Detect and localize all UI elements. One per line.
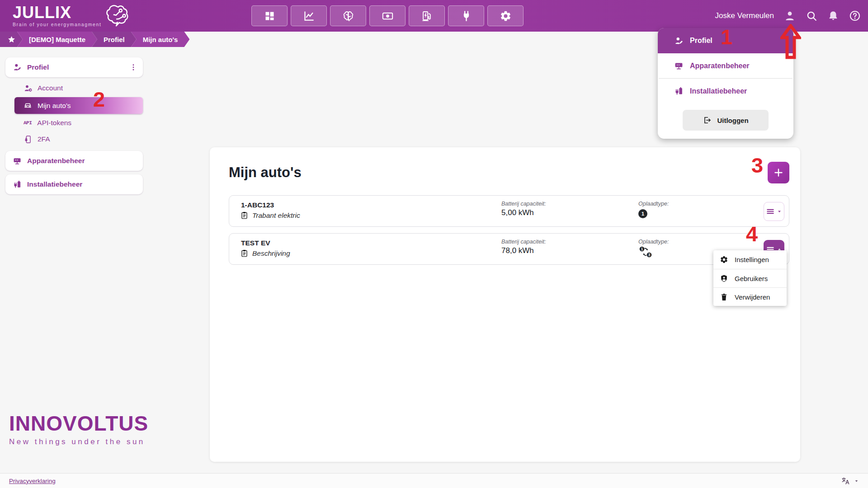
breadcrumb-item-demo[interactable]: [DEMO] Maquette (17, 32, 97, 47)
sidebar-item-profiel[interactable]: Profiel (5, 57, 143, 77)
trash-icon (720, 293, 728, 301)
svg-text:1: 1 (641, 247, 643, 251)
innovoltus-tagline: New things under the sun (9, 437, 148, 446)
sidebar: Profiel Account Mijn auto's API API-toke… (5, 57, 143, 194)
breadcrumb-item-mijn-autos[interactable]: Mijn auto's (131, 32, 190, 47)
car-description: Trabant elektric (252, 211, 300, 220)
kebab-menu-icon[interactable] (129, 63, 137, 71)
context-menu-item-instellingen[interactable]: Instellingen (713, 250, 787, 269)
sidebar-item-account[interactable]: Account (18, 81, 143, 95)
annotation-1: 1 (721, 26, 732, 47)
notifications-bell-icon[interactable] (827, 10, 839, 22)
battery-capacity-value: 5,00 kWh (501, 208, 546, 217)
profile-icon[interactable] (784, 10, 796, 22)
sidebar-profiel-label: Profiel (27, 63, 129, 71)
annotation-4: 4 (746, 223, 758, 244)
app-header: JULLIX Brain of your energymanagment Jos… (0, 0, 868, 32)
sidebar-item-2fa[interactable]: 2FA (18, 132, 143, 146)
context-menu-item-gebruikers[interactable]: Gebruikers (713, 269, 787, 287)
help-icon[interactable] (849, 10, 861, 22)
logout-icon (703, 116, 712, 125)
banknote-icon (382, 10, 394, 22)
sidebar-item-mijn-autos[interactable]: Mijn auto's (14, 97, 143, 114)
annotation-2: 2 (93, 89, 105, 110)
gear-icon (720, 255, 728, 264)
logo-tagline: Brain of your energymanagment (13, 22, 101, 27)
car-description: Beschrijving (252, 249, 290, 258)
plug-icon (460, 10, 472, 22)
charge-type-swap-icon: 1 3 (638, 246, 653, 258)
devices-icon (13, 156, 22, 165)
brain-icon (342, 10, 354, 22)
clipboard-icon (240, 211, 249, 220)
car-row-2: TEST EV Beschrijving Batterij capaciteit… (229, 233, 789, 265)
translate-icon (841, 477, 850, 485)
add-car-button[interactable] (768, 162, 789, 183)
sidebar-profiel-children: Account Mijn auto's API API-tokens 2FA (18, 81, 143, 146)
nav-settings-button[interactable] (487, 5, 524, 26)
main-content-card: Mijn auto's 1-ABC123 Trabant elektric Ba… (210, 147, 800, 462)
profile-menu-item-installatiebeheer[interactable]: Installatiebeheer (658, 79, 793, 103)
plug-battery-icon (13, 180, 22, 189)
page-title: Mijn auto's (229, 164, 302, 181)
car-icon (24, 101, 32, 110)
person-edit-icon (674, 36, 684, 46)
car-row-1: 1-ABC123 Trabant elektric Batterij capac… (229, 195, 789, 227)
app-logo[interactable]: JULLIX Brain of your energymanagment (13, 5, 131, 27)
innovoltus-logo: INNOVOLTUS (9, 411, 148, 436)
language-selector[interactable] (841, 477, 859, 485)
logo-text: JULLIX (13, 5, 101, 21)
hamburger-icon (766, 207, 775, 216)
devices-icon (674, 61, 684, 70)
brain-logo-icon (105, 4, 131, 27)
chart-icon (303, 10, 315, 22)
shield-person-icon (720, 274, 728, 283)
person-edit-icon (13, 63, 22, 72)
battery-capacity-value: 78,0 kWh (501, 246, 546, 255)
star-icon (7, 35, 16, 44)
privacy-link[interactable]: Privacyverklaring (9, 478, 56, 484)
dashboard-icon (264, 10, 276, 22)
ev-charging-icon (421, 10, 433, 22)
nav-ev-charging-button[interactable] (409, 5, 445, 26)
sidebar-item-apparatenbeheer[interactable]: Apparatenbeheer (5, 151, 143, 171)
nav-dashboard-button[interactable] (251, 5, 288, 26)
breadcrumb: [DEMO] Maquette Profiel Mijn auto's (0, 32, 189, 47)
nav-plug-button[interactable] (448, 5, 484, 26)
nav-ai-button[interactable] (330, 5, 366, 26)
annotation-arrow-up (780, 24, 801, 59)
charge-type-label: Oplaadtype: (638, 201, 669, 207)
search-icon[interactable] (806, 10, 817, 22)
annotation-3: 3 (751, 155, 763, 176)
battery-capacity-label: Batterij capaciteit: (501, 201, 546, 207)
charge-type-badge: 1 (638, 209, 647, 218)
profile-menu-item-apparatenbeheer[interactable]: Apparatenbeheer (658, 53, 793, 78)
caret-down-icon (777, 209, 782, 214)
caret-down-icon (854, 479, 859, 483)
top-navigation (251, 5, 524, 26)
battery-capacity-label: Batterij capaciteit: (501, 239, 546, 245)
plug-battery-icon (674, 86, 684, 96)
car-context-menu: Instellingen Gebruikers Verwijderen (713, 250, 787, 306)
car-name: 1-ABC123 (241, 201, 274, 209)
breadcrumb-item-profiel[interactable]: Profiel (92, 32, 137, 47)
user-name: Joske Vermeulen (715, 11, 774, 20)
car-row-menu-button[interactable] (764, 202, 784, 221)
gear-icon (500, 10, 512, 22)
charge-type-label: Oplaadtype: (638, 239, 669, 245)
sidebar-item-installatiebeheer[interactable]: Installatiebeheer (5, 174, 143, 194)
car-name: TEST EV (241, 239, 270, 247)
nav-analytics-button[interactable] (291, 5, 327, 26)
svg-text:3: 3 (648, 253, 651, 257)
innovoltus-branding: INNOVOLTUS New things under the sun (9, 411, 148, 446)
api-icon: API (24, 120, 32, 126)
nav-finance-button[interactable] (369, 5, 406, 26)
plus-icon (773, 167, 784, 178)
person-gear-icon (24, 84, 32, 93)
context-menu-item-verwijderen[interactable]: Verwijderen (713, 287, 787, 306)
page-footer: Privacyverklaring (0, 473, 868, 488)
logout-button[interactable]: Uitloggen (683, 110, 769, 131)
sidebar-item-api-tokens[interactable]: API API-tokens (18, 116, 143, 130)
clipboard-icon (240, 249, 249, 258)
phone-lock-icon (24, 135, 32, 144)
